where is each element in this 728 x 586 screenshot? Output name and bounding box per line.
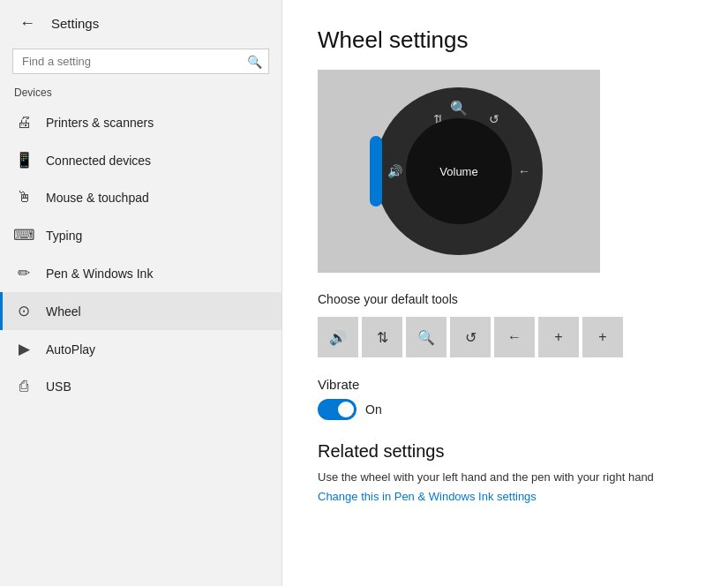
sidebar-item-mouse[interactable]: 🖱Mouse & touchpad [0, 179, 281, 216]
related-desc: Use the wheel with your left hand and th… [318, 470, 693, 484]
sidebar-item-label-usb: USB [46, 379, 71, 394]
pen-icon: ✏ [14, 264, 34, 282]
vibrate-toggle[interactable] [318, 399, 356, 420]
sidebar-item-label-mouse: Mouse & touchpad [46, 191, 149, 205]
autoplay-icon: ▶ [14, 340, 34, 358]
connected-icon: 📱 [14, 151, 34, 169]
sidebar-item-pen[interactable]: ✏Pen & Windows Ink [0, 254, 281, 292]
related-link[interactable]: Change this in Pen & Windows Ink setting… [318, 490, 537, 503]
sidebar-item-label-typing: Typing [46, 229, 82, 243]
sidebar-item-label-autoplay: AutoPlay [46, 342, 95, 357]
wheel-top-icon: 🔍 [450, 100, 468, 116]
sidebar-item-label-pen: Pen & Windows Ink [46, 267, 153, 281]
sidebar-item-autoplay[interactable]: ▶AutoPlay [0, 330, 281, 368]
wheel-outer-ring: 🔍 ⇅ ↺ ← 🔊 Volume [375, 87, 543, 255]
wheel-icon: ⊙ [14, 302, 34, 320]
tool-btn-scroll[interactable]: ⇅ [362, 317, 402, 357]
search-icon: 🔍 [247, 55, 262, 69]
related-settings: Related settings Use the wheel with your… [318, 441, 693, 503]
wheel-left-icon: 🔊 [387, 164, 402, 178]
main-content: Wheel settings 🔍 ⇅ ↺ ← 🔊 Volume Choose y… [282, 0, 728, 586]
vibrate-on-label: On [365, 402, 382, 417]
sidebar-item-label-printers: Printers & scanners [46, 116, 154, 130]
back-icon: ← [19, 14, 35, 33]
wheel-right-icon: ← [518, 164, 530, 178]
choose-tools-label: Choose your default tools [318, 292, 693, 306]
sidebar-item-usb[interactable]: ⎙USB [0, 368, 281, 405]
wheel-visual: 🔍 ⇅ ↺ ← 🔊 Volume [318, 70, 600, 273]
wheel-center-label: Volume [439, 165, 477, 178]
tool-btn-back[interactable]: ← [494, 317, 535, 357]
app-title: Settings [51, 16, 99, 31]
sidebar-item-connected[interactable]: 📱Connected devices [0, 141, 281, 179]
sidebar-item-label-connected: Connected devices [46, 154, 151, 168]
page-title: Wheel settings [318, 26, 693, 54]
sidebar-item-label-wheel: Wheel [46, 304, 81, 319]
wheel-blue-arc [370, 136, 382, 207]
sidebar: ← Settings 🔍 Devices 🖨Printers & scanner… [0, 0, 282, 586]
toggle-row: On [318, 399, 693, 420]
sidebar-header: ← Settings [0, 0, 281, 43]
tools-row: 🔊⇅🔍↺←++ [318, 317, 693, 357]
search-input[interactable] [12, 49, 269, 74]
typing-icon: ⌨ [14, 226, 34, 244]
tool-btn-undo[interactable]: ↺ [450, 317, 491, 357]
tool-btn-zoom[interactable]: 🔍 [406, 317, 447, 357]
toggle-thumb [338, 402, 354, 417]
tool-btn-add2[interactable]: + [582, 317, 623, 357]
mouse-icon: 🖱 [14, 189, 34, 207]
usb-icon: ⎙ [14, 378, 34, 395]
vibrate-section: Vibrate On [318, 377, 693, 420]
nav-list: 🖨Printers & scanners📱Connected devices🖱M… [0, 104, 281, 405]
tool-btn-volume[interactable]: 🔊 [318, 317, 358, 357]
vibrate-title: Vibrate [318, 377, 693, 392]
back-button[interactable]: ← [14, 12, 41, 34]
sidebar-item-typing[interactable]: ⌨Typing [0, 216, 281, 254]
related-settings-title: Related settings [318, 441, 693, 462]
printers-icon: 🖨 [14, 114, 34, 131]
search-box: 🔍 [12, 49, 269, 74]
wheel-inner-circle: Volume [406, 118, 512, 224]
tool-btn-add1[interactable]: + [538, 317, 579, 357]
sidebar-item-wheel[interactable]: ⊙Wheel [0, 292, 281, 330]
sidebar-item-printers[interactable]: 🖨Printers & scanners [0, 104, 281, 141]
devices-label: Devices [0, 83, 281, 104]
wheel-top-right-icon: ↺ [489, 112, 499, 126]
